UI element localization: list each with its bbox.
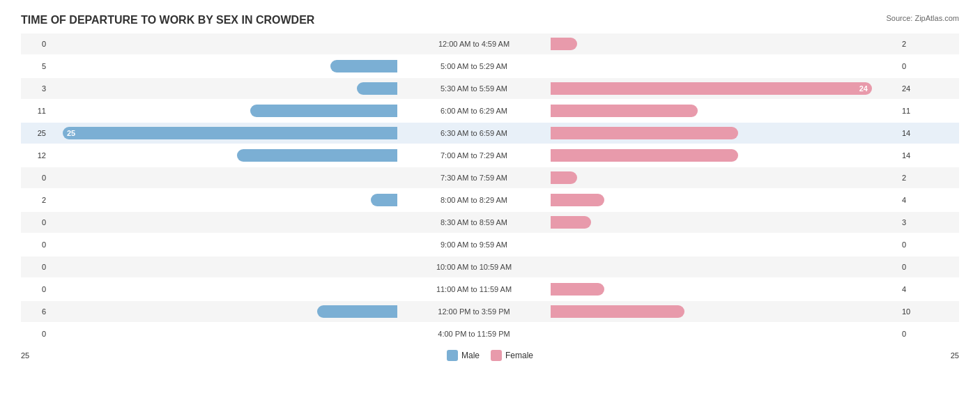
- time-label: 7:00 AM to 7:29 AM: [397, 151, 551, 160]
- time-label: 8:30 AM to 8:59 AM: [397, 218, 551, 227]
- chart-row: 0 9:00 AM to 9:59 AM 0: [21, 234, 959, 255]
- right-bar-area: [551, 256, 899, 277]
- male-bar: [237, 149, 397, 162]
- female-value: 3: [899, 218, 927, 227]
- male-bar: [250, 105, 397, 117]
- left-bar-area: [49, 301, 397, 322]
- footer-right-scale: 25: [931, 351, 959, 360]
- male-value: 0: [21, 330, 49, 338]
- female-bar: 24: [551, 82, 872, 95]
- left-bar-area: [49, 56, 397, 77]
- female-value: 2: [899, 40, 927, 48]
- time-label: 6:30 AM to 6:59 AM: [397, 129, 551, 137]
- right-bar-area: [551, 190, 899, 210]
- legend-female-label: Female: [505, 351, 533, 360]
- legend-female: Female: [491, 350, 533, 361]
- right-bar-area: [551, 234, 899, 255]
- right-bar-area: [551, 212, 899, 233]
- chart-row: 0 7:30 AM to 7:59 AM 2: [21, 167, 959, 188]
- female-value: 11: [899, 107, 927, 115]
- chart-footer: 25 Male Female 25: [21, 350, 959, 361]
- chart-row: 0 8:30 AM to 8:59 AM 3: [21, 212, 959, 233]
- left-bar-area: [49, 212, 397, 233]
- female-value: 4: [899, 285, 927, 293]
- right-bar-area: [551, 301, 899, 322]
- left-bar-area: [49, 100, 397, 121]
- time-label: 8:00 AM to 8:29 AM: [397, 196, 551, 204]
- left-bar-area: [49, 256, 397, 277]
- time-label: 6:00 AM to 6:29 AM: [397, 107, 551, 115]
- chart-title: TIME OF DEPARTURE TO WORK BY SEX IN CROW…: [21, 14, 959, 26]
- chart-row: 0 12:00 AM to 4:59 AM 2: [21, 33, 959, 54]
- time-label: 4:00 PM to 11:59 PM: [397, 330, 551, 338]
- female-value: 4: [899, 196, 927, 204]
- legend-male-box: [447, 350, 458, 361]
- male-bar: [371, 194, 397, 206]
- left-bar-area: [49, 78, 397, 99]
- female-bar: [551, 38, 577, 50]
- time-label: 7:30 AM to 7:59 AM: [397, 174, 551, 182]
- male-bar: 25: [63, 127, 397, 139]
- left-bar-area: [49, 279, 397, 300]
- time-label: 11:00 AM to 11:59 AM: [397, 285, 551, 293]
- time-label: 9:00 AM to 9:59 AM: [397, 240, 551, 249]
- right-bar-area: [551, 33, 899, 54]
- male-bar: [330, 60, 397, 72]
- female-bar: [551, 149, 738, 162]
- chart-row: 2 8:00 AM to 8:29 AM 4: [21, 190, 959, 210]
- female-bar: [551, 127, 738, 139]
- chart-row: 3 5:30 AM to 5:59 AM 24 24: [21, 78, 959, 99]
- chart-row: 6 12:00 PM to 3:59 PM 10: [21, 301, 959, 322]
- left-bar-area: [49, 167, 397, 188]
- female-value: 0: [899, 62, 927, 70]
- left-bar-area: [49, 145, 397, 166]
- female-bar: [551, 171, 577, 184]
- female-bar: [551, 305, 684, 318]
- chart-row: 11 6:00 AM to 6:29 AM 11: [21, 100, 959, 121]
- female-value: 14: [899, 129, 927, 137]
- right-bar-area: [551, 167, 899, 188]
- chart-row: 0 4:00 PM to 11:59 PM 0: [21, 323, 959, 344]
- female-value: 10: [899, 307, 927, 316]
- female-value: 0: [899, 240, 927, 249]
- left-bar-area: [49, 234, 397, 255]
- male-value: 0: [21, 240, 49, 249]
- right-bar-area: [551, 100, 899, 121]
- right-bar-area: [551, 323, 899, 344]
- female-bar: [551, 105, 698, 117]
- female-bar: [551, 216, 591, 229]
- female-value: 2: [899, 174, 927, 182]
- female-value: 14: [899, 151, 927, 160]
- female-value: 24: [899, 84, 927, 93]
- male-value: 12: [21, 151, 49, 160]
- right-bar-area: [551, 145, 899, 166]
- right-bar-area: [551, 279, 899, 300]
- male-value: 0: [21, 285, 49, 293]
- right-bar-area: 24: [551, 78, 899, 99]
- chart-area: 0 12:00 AM to 4:59 AM 2 5 5:00 AM to 5:2…: [21, 33, 959, 344]
- legend-male-label: Male: [461, 351, 480, 360]
- legend: Male Female: [447, 350, 533, 361]
- time-label: 12:00 PM to 3:59 PM: [397, 307, 551, 316]
- male-value: 0: [21, 218, 49, 227]
- female-value: 0: [899, 330, 927, 338]
- chart-row: 0 10:00 AM to 10:59 AM 0: [21, 256, 959, 277]
- male-value: 11: [21, 107, 49, 115]
- male-bar: [317, 305, 397, 318]
- female-bar: [551, 194, 604, 206]
- chart-row: 0 11:00 AM to 11:59 AM 4: [21, 279, 959, 300]
- left-bar-area: [49, 33, 397, 54]
- male-value: 0: [21, 174, 49, 182]
- right-bar-area: [551, 123, 899, 144]
- chart-row: 5 5:00 AM to 5:29 AM 0: [21, 56, 959, 77]
- male-value: 3: [21, 84, 49, 93]
- male-value: 6: [21, 307, 49, 316]
- male-value: 0: [21, 263, 49, 271]
- footer-left-scale: 25: [21, 351, 49, 360]
- source-label: Source: ZipAtlas.com: [886, 14, 959, 22]
- time-label: 12:00 AM to 4:59 AM: [397, 40, 551, 48]
- female-bar: [551, 283, 604, 296]
- male-value: 5: [21, 62, 49, 70]
- right-bar-area: [551, 56, 899, 77]
- male-value: 2: [21, 196, 49, 204]
